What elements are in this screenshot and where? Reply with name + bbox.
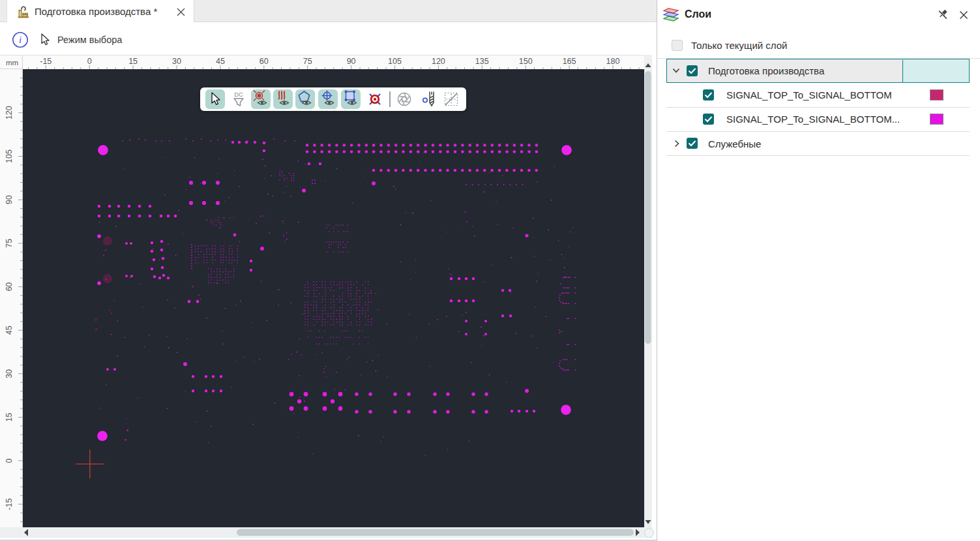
svg-text:DC: DC (234, 91, 243, 98)
svg-text:30: 30 (5, 369, 14, 379)
svg-text:0: 0 (87, 57, 92, 66)
svg-text:120: 120 (5, 106, 14, 119)
svg-text:i: i (19, 35, 22, 45)
svg-text:135: 135 (475, 57, 489, 66)
svg-text:-15: -15 (40, 57, 52, 66)
svg-text:45: 45 (216, 57, 225, 66)
svg-text:165: 165 (563, 57, 576, 66)
svg-text:105: 105 (5, 149, 14, 163)
svg-text:0: 0 (5, 458, 14, 463)
svg-text:120: 120 (432, 57, 445, 66)
svg-text:60: 60 (5, 282, 14, 291)
svg-text:150: 150 (519, 57, 533, 66)
svg-text:30: 30 (172, 57, 181, 66)
svg-text:-15: -15 (5, 499, 14, 510)
svg-text:75: 75 (303, 57, 312, 66)
svg-text:15: 15 (5, 412, 14, 422)
svg-text:90: 90 (347, 57, 356, 66)
svg-text:90: 90 (5, 195, 14, 204)
svg-text:45: 45 (5, 326, 14, 335)
svg-text:60: 60 (260, 57, 269, 66)
svg-text:180: 180 (606, 57, 620, 66)
svg-text:75: 75 (5, 239, 14, 248)
svg-text:15: 15 (128, 57, 138, 66)
svg-text:105: 105 (388, 57, 402, 66)
